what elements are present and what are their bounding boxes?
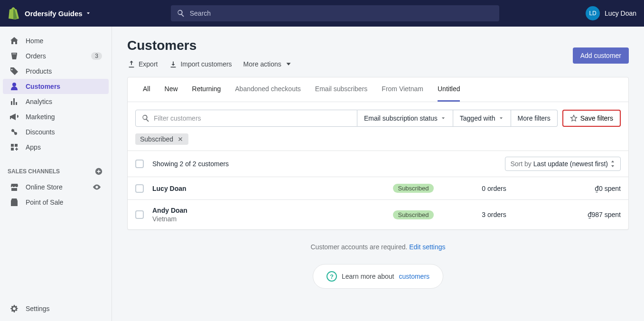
select-all-checkbox[interactable]	[135, 160, 144, 168]
user-menu[interactable]: LD Lucy Doan	[586, 6, 636, 20]
more-filters-button[interactable]: More filters	[511, 110, 558, 127]
store-switcher[interactable]: Ordersify Guides	[25, 9, 91, 18]
sidebar-item-home[interactable]: Home	[3, 33, 109, 48]
pos-icon	[9, 198, 19, 207]
filter-search-input[interactable]	[154, 114, 351, 122]
filter-email-subscription-status[interactable]: Email subscription status	[357, 110, 453, 127]
export-button[interactable]: Export	[127, 60, 158, 68]
sidebar-item-discounts[interactable]: Discounts	[3, 124, 109, 140]
search-icon	[141, 114, 150, 123]
export-label: Export	[139, 60, 158, 68]
sidebar-item-marketing[interactable]: Marketing	[3, 109, 109, 124]
customer-name: Lucy Doan	[152, 185, 371, 192]
sort-by-value: Last update (newest first)	[533, 160, 608, 168]
more-actions-label: More actions	[243, 60, 281, 68]
sidebar-item-analytics[interactable]: Analytics	[3, 94, 109, 109]
sidebar-item-settings[interactable]: Settings	[3, 301, 109, 316]
store-name-label: Ordersify Guides	[25, 9, 83, 18]
export-icon	[127, 60, 136, 68]
orders-cell: 0 orders	[456, 185, 532, 192]
add-channel-button[interactable]	[93, 166, 104, 177]
sidebar-item-label: Home	[26, 37, 102, 45]
sales-channels-label: SALES CHANNELS	[8, 168, 60, 175]
tab-abandoned[interactable]: Abandoned checkouts	[235, 77, 301, 102]
home-icon	[9, 36, 19, 46]
plus-circle-icon	[94, 167, 103, 176]
filter-label: Tagged with	[460, 114, 495, 122]
sidebar-item-label: Apps	[26, 143, 102, 151]
sidebar: Home Orders 3 Products Customers Analyti…	[0, 27, 112, 321]
customers-card: All New Returning Abandoned checkouts Em…	[127, 77, 629, 230]
learn-more-callout: ? Learn more about customers	[313, 264, 443, 289]
tab-new[interactable]: New	[165, 77, 178, 102]
sort-by-dropdown[interactable]: Sort by Last update (newest first)	[505, 157, 621, 171]
filter-label: More filters	[518, 114, 551, 122]
save-filters-button[interactable]: Save filters	[562, 110, 621, 127]
global-search-input[interactable]	[190, 9, 494, 17]
filter-tag-label: Subscribed	[140, 135, 173, 143]
learn-more-link[interactable]: customers	[399, 273, 429, 280]
page-actions: Export Import customers More actions	[127, 60, 573, 68]
sidebar-item-label: Settings	[26, 305, 102, 312]
gear-icon	[9, 304, 19, 313]
sidebar-item-label: Online Store	[26, 183, 85, 191]
sidebar-item-label: Customers	[26, 83, 102, 90]
view-store-button[interactable]	[92, 182, 102, 192]
tab-from-vietnam[interactable]: From Vietnam	[382, 77, 423, 102]
import-button[interactable]: Import customers	[169, 60, 232, 68]
footnote: Customer accounts are required. Edit set…	[127, 243, 629, 251]
store-icon	[9, 182, 19, 192]
sidebar-item-apps[interactable]: Apps	[3, 140, 109, 155]
tab-returning[interactable]: Returning	[192, 77, 221, 102]
orders-badge: 3	[91, 52, 102, 60]
main-content: Customers Export Import customers More a…	[112, 27, 644, 321]
save-filters-label: Save filters	[580, 114, 613, 122]
sidebar-item-label: Orders	[26, 52, 84, 60]
row-checkbox[interactable]	[135, 210, 144, 219]
customer-name: Andy Doan	[152, 207, 371, 214]
caret-down-icon	[284, 60, 293, 68]
filter-bar: Email subscription status Tagged with Mo…	[128, 102, 628, 151]
filter-tag-subscribed[interactable]: Subscribed	[135, 133, 188, 145]
sidebar-item-customers[interactable]: Customers	[3, 79, 109, 94]
page-header: Customers Export Import customers More a…	[127, 38, 629, 68]
spent-cell: ₫0 spent	[532, 185, 621, 192]
table-header: Showing 2 of 2 customers Sort by Last up…	[128, 151, 628, 177]
filter-tagged-with[interactable]: Tagged with	[453, 110, 511, 127]
sidebar-item-label: Point of Sale	[26, 198, 102, 206]
sidebar-item-label: Discounts	[26, 128, 102, 136]
tab-untitled[interactable]: Untitled	[438, 77, 460, 102]
filter-search[interactable]	[135, 110, 357, 127]
row-checkbox[interactable]	[135, 184, 144, 193]
status-badge: Subscribed	[393, 210, 433, 219]
sidebar-item-label: Products	[26, 67, 102, 75]
global-search[interactable]	[171, 5, 499, 21]
person-icon	[9, 82, 19, 91]
orders-cell: 3 orders	[456, 211, 532, 218]
search-icon	[177, 9, 185, 18]
learn-more-text: Learn more about	[342, 273, 394, 280]
tab-all[interactable]: All	[143, 77, 150, 102]
tabs: All New Returning Abandoned checkouts Em…	[128, 77, 628, 102]
megaphone-icon	[9, 112, 19, 122]
caret-down-icon	[440, 115, 446, 121]
table-row[interactable]: Andy Doan Vietnam Subscribed 3 orders ₫9…	[128, 199, 628, 229]
sidebar-item-online-store[interactable]: Online Store	[3, 179, 109, 195]
tab-email-subscribers[interactable]: Email subscribers	[315, 77, 367, 102]
sidebar-item-pos[interactable]: Point of Sale	[3, 195, 109, 210]
add-customer-button[interactable]: Add customer	[573, 47, 629, 64]
edit-settings-link[interactable]: Edit settings	[409, 243, 445, 251]
showing-count: Showing 2 of 2 customers	[152, 160, 229, 168]
sidebar-item-products[interactable]: Products	[3, 64, 109, 79]
page-title: Customers	[127, 38, 573, 53]
sidebar-item-orders[interactable]: Orders 3	[3, 48, 109, 64]
status-badge: Subscribed	[393, 184, 433, 193]
remove-filter-button[interactable]	[177, 136, 184, 142]
eye-icon	[93, 183, 101, 191]
more-actions-button[interactable]: More actions	[243, 60, 293, 68]
table-row[interactable]: Lucy Doan Subscribed 0 orders ₫0 spent	[128, 177, 628, 199]
avatar: LD	[586, 6, 600, 20]
orders-icon	[9, 51, 19, 61]
sidebar-item-label: Marketing	[26, 113, 102, 121]
sort-by-label: Sort by	[510, 160, 531, 168]
